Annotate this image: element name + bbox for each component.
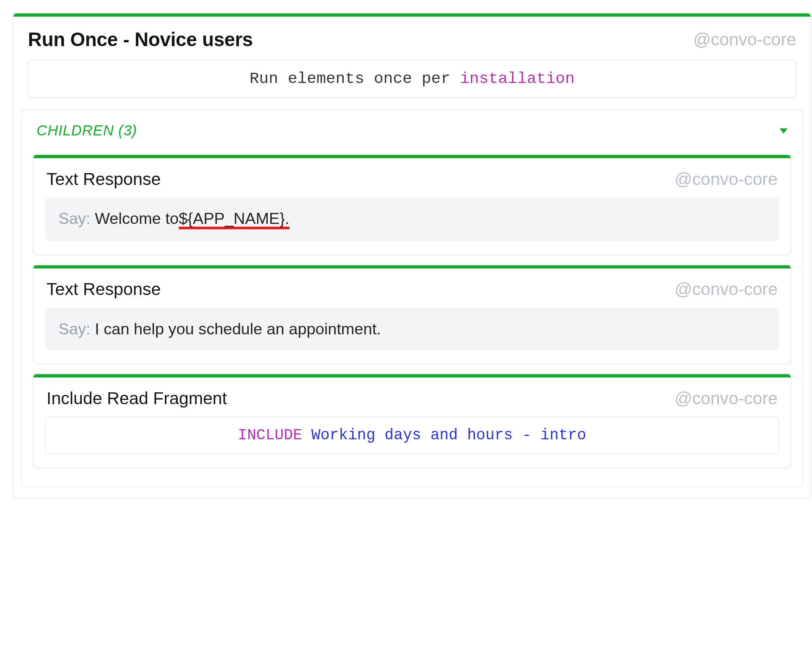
package-tag[interactable]: @convo-core [693,29,796,50]
children-toggle[interactable]: CHILDREN (3) [29,116,796,149]
child-card: Text Response @convo-core Say: I can hel… [33,265,792,364]
package-tag[interactable]: @convo-core [675,388,777,409]
param-prefix: Run elements once per [250,70,460,88]
card-header: Text Response @convo-core [33,158,791,198]
say-label: Say: [58,320,95,338]
say-box[interactable]: Say: Welcome to ${APP_NAME}. [45,197,779,241]
card-top-bar [33,155,791,158]
card-top-bar [33,374,791,378]
run-once-param-box[interactable]: Run elements once per installation [28,60,796,97]
child-title: Include Read Fragment [47,388,227,409]
caret-down-icon [779,128,787,134]
say-box[interactable]: Say: I can help you schedule an appointm… [45,308,779,350]
card-top-bar [33,265,791,269]
say-text-prefix: Welcome to [95,209,178,227]
card-title: Run Once - Novice users [28,29,253,51]
param-value: installation [460,70,574,88]
card-header: Include Read Fragment @convo-core [33,378,791,417]
include-keyword: INCLUDE [238,427,302,444]
child-card: Text Response @convo-core Say: Welcome t… [33,154,792,255]
child-card: Include Read Fragment @convo-core INCLUD… [33,374,792,468]
card-header: Text Response @convo-core [33,269,791,308]
say-label: Say: [58,209,95,227]
package-tag[interactable]: @convo-core [675,169,777,190]
card-header: Run Once - Novice users @convo-core [14,17,811,60]
child-title: Text Response [47,279,161,300]
run-once-card: Run Once - Novice users @convo-core Run … [13,13,812,499]
children-panel: CHILDREN (3) Text Response @convo-core S… [21,110,803,487]
say-text-variable: ${APP_NAME}. [178,210,289,229]
include-fragment-name: Working days and hours - intro [302,427,586,444]
say-text: I can help you schedule an appointment. [95,320,381,338]
children-label: CHILDREN (3) [37,122,137,140]
child-title: Text Response [47,169,161,190]
include-box[interactable]: INCLUDE Working days and hours - intro [45,417,779,454]
package-tag[interactable]: @convo-core [675,279,777,300]
card-top-bar [14,14,811,17]
